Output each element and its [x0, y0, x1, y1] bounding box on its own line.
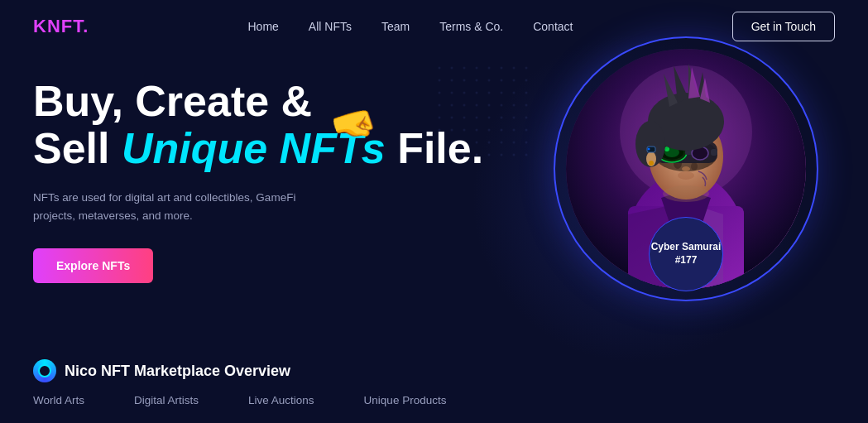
nft-showcase: Cyber Samurai #177: [554, 36, 835, 318]
bottom-section: Nico NFT Marketplace Overview World Arts…: [0, 359, 868, 423]
category-digital-artists[interactable]: Digital Artists: [134, 394, 199, 406]
svg-point-38: [663, 185, 709, 202]
nav-contact[interactable]: Contact: [533, 20, 573, 33]
category-unique-products[interactable]: Unique Products: [364, 394, 447, 406]
hero-section: Buy, Create & Sell Unique NFTs File. NFT…: [0, 53, 868, 283]
nav-terms[interactable]: Terms & Co.: [439, 20, 503, 33]
category-world-arts[interactable]: World Arts: [33, 394, 84, 406]
marketplace-title-text: Nico NFT Marketplace Overview: [65, 363, 290, 380]
nft-circle-outer: Cyber Samurai #177: [554, 36, 818, 301]
get-in-touch-button[interactable]: Get in Touch: [732, 12, 835, 41]
marketplace-categories: World Arts Digital Artists Live Auctions…: [33, 394, 835, 406]
nav-all-nfts[interactable]: All NFTs: [309, 20, 352, 33]
svg-point-35: [649, 161, 654, 166]
hero-subtitle: NFTs are used for digital art and collec…: [33, 189, 298, 224]
hero-title-line2-end: File.: [386, 124, 483, 172]
hero-title-line1: Buy, Create &: [33, 77, 312, 125]
svg-point-37: [678, 171, 694, 180]
svg-point-40: [648, 148, 650, 151]
explore-nfts-button[interactable]: Explore NFTs: [33, 248, 153, 283]
svg-rect-22: [711, 149, 717, 156]
marketplace-header: Nico NFT Marketplace Overview: [33, 359, 835, 382]
hero-title-line2-start: Sell: [33, 124, 122, 172]
marketplace-icon: [33, 359, 56, 382]
nav-links: Home All NFTs Team Terms & Co. Contact: [247, 19, 573, 34]
nav-team[interactable]: Team: [381, 20, 410, 33]
logo[interactable]: KNFT.: [33, 16, 89, 37]
nft-label-badge: Cyber Samurai #177: [649, 217, 723, 291]
category-live-auctions[interactable]: Live Auctions: [248, 394, 314, 406]
marketplace-icon-inner: [38, 364, 51, 377]
navbar: KNFT. Home All NFTs Team Terms & Co. Con…: [0, 0, 868, 53]
svg-point-36: [682, 166, 690, 171]
nav-home[interactable]: Home: [247, 20, 278, 33]
